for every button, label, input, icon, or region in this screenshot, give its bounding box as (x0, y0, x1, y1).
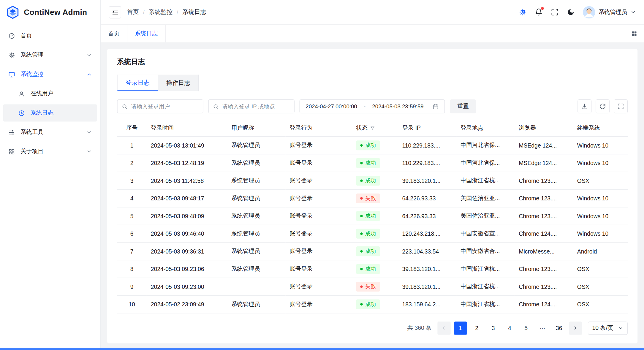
date-start-value: 2024-04-27 00:00:00 (306, 103, 357, 110)
table-row[interactable]: 7 2024-05-03 09:36:31 系统管理员 账号登录 成功 223.… (117, 242, 628, 260)
page-button[interactable]: 4 (503, 322, 516, 335)
cell-action: 账号登录 (286, 260, 352, 278)
status-badge: 成功 (356, 140, 380, 150)
dashboard-icon (8, 32, 15, 39)
page-button[interactable]: 1 (454, 322, 467, 335)
sidebar-item-system-management[interactable]: 系统管理 (3, 46, 97, 64)
sidebar-item-home[interactable]: 首页 (3, 27, 97, 44)
cell-ip: 39.183.120.1... (398, 278, 456, 295)
sidebar-item-label: 系统日志 (30, 109, 53, 117)
login-user-search[interactable] (117, 99, 203, 113)
cell-ip: 223.104.33.54 (398, 242, 456, 260)
breadcrumb-item[interactable]: 首页 (127, 8, 139, 16)
tab-login-log[interactable]: 登录日志 (117, 75, 158, 91)
cell-os: Windows 10 (573, 189, 628, 207)
table-row[interactable]: 3 2024-05-03 11:42:58 系统管理员 账号登录 成功 39.1… (117, 172, 628, 189)
sidebar-item-system-logs[interactable]: 系统日志 (3, 104, 97, 121)
table-row[interactable]: 5 2024-05-03 09:48:09 系统管理员 账号登录 成功 64.2… (117, 207, 628, 224)
cell-os: OSX (573, 278, 628, 295)
status-dot-icon (360, 197, 363, 199)
page-button[interactable]: 2 (470, 322, 483, 335)
cell-browser: Chrome 124.... (515, 295, 573, 313)
cell-no: 9 (117, 278, 147, 295)
next-page-button[interactable] (569, 322, 582, 335)
cell-ip: 110.229.183.... (398, 154, 456, 172)
cell-os: Windows 10 (573, 136, 628, 154)
cell-ip: 64.226.93.33 (398, 189, 456, 207)
view-tab-system-logs[interactable]: 系统日志 (127, 25, 166, 42)
page-size-select[interactable]: 10 条/页 (588, 322, 628, 335)
status-badge: 成功 (356, 211, 380, 221)
notification-dot (541, 7, 544, 10)
cell-status: 成功 (352, 136, 398, 154)
app-logo[interactable]: ContiNew Admin (0, 0, 100, 25)
moon-icon[interactable] (567, 8, 575, 16)
refresh-button[interactable] (596, 99, 610, 113)
table-row[interactable]: 2 2024-05-03 12:48:19 系统管理员 账号登录 成功 110.… (117, 154, 628, 172)
page-button[interactable]: 5 (520, 322, 533, 335)
date-range-picker[interactable]: 2024-04-27 00:00:00 - 2024-05-03 23:59:5… (300, 99, 445, 113)
table-row[interactable]: 6 2024-05-03 09:46:40 系统管理员 账号登录 成功 120.… (117, 225, 628, 242)
table-row[interactable]: 9 2024-05-03 09:23:00 账号登录 失败 39.183.120… (117, 278, 628, 295)
table-row[interactable]: 1 2024-05-03 13:01:49 系统管理员 账号登录 成功 110.… (117, 136, 628, 154)
download-button[interactable] (577, 99, 591, 113)
cell-time: 2024-05-03 09:48:17 (147, 189, 227, 207)
table-fullscreen-button[interactable] (614, 99, 628, 113)
page-ellipsis[interactable]: ··· (536, 322, 549, 335)
user-name: 系统管理员 (599, 8, 627, 16)
cell-action: 账号登录 (286, 278, 352, 295)
cell-status: 成功 (352, 242, 398, 260)
settings-icon[interactable] (519, 8, 526, 16)
login-ip-search[interactable] (208, 99, 295, 113)
cell-browser: MicroMesse... (515, 242, 573, 260)
sidebar-item-system-monitor[interactable]: 系统监控 (3, 66, 97, 83)
login-user-input[interactable] (131, 103, 199, 110)
status-dot-icon (360, 215, 363, 217)
sidebar-item-system-tools[interactable]: 系统工具 (3, 123, 97, 141)
status-badge: 失败 (356, 281, 380, 291)
cell-browser: Chrome 123.... (515, 278, 573, 295)
search-icon (213, 103, 219, 110)
view-tab-home[interactable]: 首页 (101, 25, 127, 42)
page-size-value: 10 条/页 (592, 324, 613, 332)
cell-time: 2024-05-03 09:23:00 (147, 278, 227, 295)
tab-operation-log[interactable]: 操作日志 (158, 75, 199, 91)
reset-button[interactable]: 重置 (450, 99, 476, 113)
table-row[interactable]: 8 2024-05-03 09:23:06 系统管理员 账号登录 成功 39.1… (117, 260, 628, 278)
breadcrumb-item-current: 系统日志 (182, 8, 206, 16)
prev-page-button[interactable] (437, 322, 450, 335)
breadcrumb-item[interactable]: 系统监控 (149, 8, 173, 16)
bell-icon[interactable] (535, 8, 542, 16)
table-row[interactable]: 4 2024-05-03 09:48:17 系统管理员 账号登录 失败 64.2… (117, 189, 628, 207)
cell-location: 中国河北省保... (456, 154, 515, 172)
page-button[interactable]: 36 (552, 322, 565, 335)
cell-ip: 39.183.120.1... (398, 172, 456, 189)
chevron-right-icon (573, 325, 578, 331)
user-menu[interactable]: 系统管理员 (583, 6, 636, 18)
cell-time: 2024-05-02 23:09:49 (147, 295, 227, 313)
cell-no: 1 (117, 136, 147, 154)
cell-no: 10 (117, 295, 147, 313)
user-icon (18, 90, 25, 97)
menu-fold-button[interactable] (109, 6, 121, 18)
sidebar-item-label: 关于项目 (20, 148, 43, 155)
cell-location: 美国佐治亚亚... (456, 207, 515, 224)
page-button[interactable]: 3 (487, 322, 500, 335)
sidebar-item-about[interactable]: 关于项目 (3, 143, 97, 160)
cell-user: 系统管理员 (227, 295, 285, 313)
fullscreen-icon[interactable] (551, 8, 558, 16)
table-row[interactable]: 10 2024-05-02 23:09:49 系统管理员 账号登录 成功 183… (117, 295, 628, 313)
login-ip-input[interactable] (222, 103, 290, 110)
sidebar-item-online-users[interactable]: 在线用户 (3, 85, 97, 102)
main-column: 首页 / 系统监控 / 系统日志 (101, 0, 644, 350)
tab-actions-button[interactable] (624, 25, 644, 42)
grid-icon (8, 148, 15, 155)
cell-user: 系统管理员 (227, 242, 285, 260)
status-dot-icon (360, 144, 363, 146)
cell-ip: 64.226.93.33 (398, 207, 456, 224)
status-badge: 成功 (356, 229, 380, 238)
filter-icon[interactable] (370, 126, 375, 131)
date-end-value: 2024-05-03 23:59:59 (372, 103, 423, 110)
download-icon (581, 103, 588, 110)
system-log-card: 系统日志 登录日志 操作日志 (107, 49, 637, 343)
